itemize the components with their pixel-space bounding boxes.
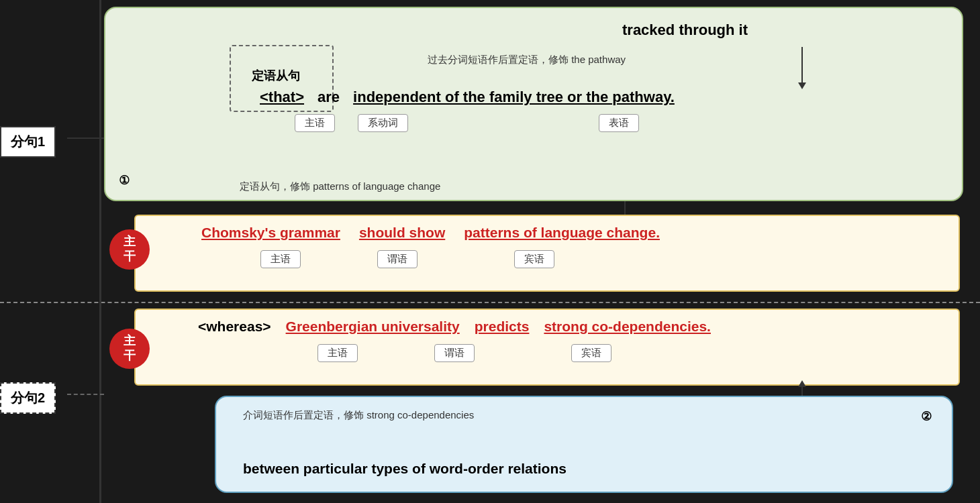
- v-arrow-main2-head: [798, 380, 806, 387]
- grammar-labels-main2: 主语 谓语 宾语: [198, 344, 617, 362]
- annotation-tracked: 过去分词短语作后置定语，修饰 the pathway: [428, 54, 626, 66]
- annotation-clause1-bottom: 定语从句，修饰 patterns of language change: [240, 180, 440, 193]
- predicts-text: predicts: [475, 319, 530, 335]
- clause2-annotation-box: 介词短语作后置定语，修饰 strong co-dependencies betw…: [215, 396, 953, 493]
- clause1-annotation-box: 定语从句 tracked through it 过去分词短语作后置定语，修饰 t…: [104, 7, 963, 201]
- label-biaoyu: 表语: [599, 114, 639, 132]
- fenju1-label: 分句1: [0, 126, 56, 158]
- label-xidongci: 系动词: [358, 114, 408, 132]
- label-yuyu-main1: 谓语: [377, 250, 418, 268]
- label-binyu-main1: 宾语: [514, 250, 554, 268]
- circle-num-2: ②: [921, 409, 932, 424]
- label-zhuyu-main2: 主语: [317, 344, 358, 362]
- whereas-text: <whereas>: [198, 319, 271, 335]
- label-zhuyu-1: 主语: [295, 114, 335, 132]
- label-binyu-main2: 宾语: [571, 344, 611, 362]
- clause2-main-text: between particular types of word-order r…: [243, 461, 567, 477]
- arrow-tracked-shaft: [801, 47, 803, 84]
- word-are: are: [317, 89, 340, 106]
- clause1-sentence: <that> are independent of the family tre…: [260, 89, 675, 106]
- relative-clause-label: 定语从句: [246, 65, 305, 87]
- horizontal-divider: [0, 302, 980, 303]
- tracked-through-it-text: tracked through it: [622, 21, 748, 39]
- greenbergian-text: Greenbergian universality: [286, 319, 460, 335]
- annotation-clause2-top: 介词短语作后置定语，修饰 strong co-dependencies: [243, 409, 474, 422]
- arrow-tracked-head: [798, 82, 806, 89]
- circle-num-1: ①: [119, 173, 130, 188]
- chomsky-text: Chomsky's grammar: [201, 225, 340, 241]
- connector-line-1: [67, 137, 104, 139]
- zhuguan-badge-2: 主干: [109, 329, 150, 369]
- connector-line-2: [67, 394, 104, 395]
- main-container: 分句1 分句2 定语从句 tracked through it 过去分词短语作后…: [0, 0, 980, 503]
- phrase-independent: independent of the family tree or the pa…: [353, 89, 675, 106]
- grammar-labels-clause1: 主语 系动词 表语: [260, 114, 644, 132]
- zhuguan-badge-1: 主干: [109, 229, 150, 270]
- spine-line-top: [99, 0, 101, 302]
- main-sentence-2-text: <whereas> Greenbergian universality pred…: [198, 319, 711, 335]
- spine-line-bottom: [99, 302, 101, 503]
- label-yuyu-main2: 谓语: [434, 344, 475, 362]
- should-show-text: should show: [359, 225, 445, 241]
- fenju2-label: 分句2: [0, 382, 56, 414]
- main-sentence-1-text: Chomsky's grammar should show patterns o…: [201, 225, 660, 241]
- strong-text: strong co-dependencies.: [544, 319, 711, 335]
- label-zhuyu-main1: 主语: [260, 250, 301, 268]
- patterns-text: patterns of language change.: [464, 225, 660, 241]
- grammar-labels-main1: 主语 谓语 宾语: [201, 250, 560, 268]
- word-that: <that>: [260, 89, 304, 106]
